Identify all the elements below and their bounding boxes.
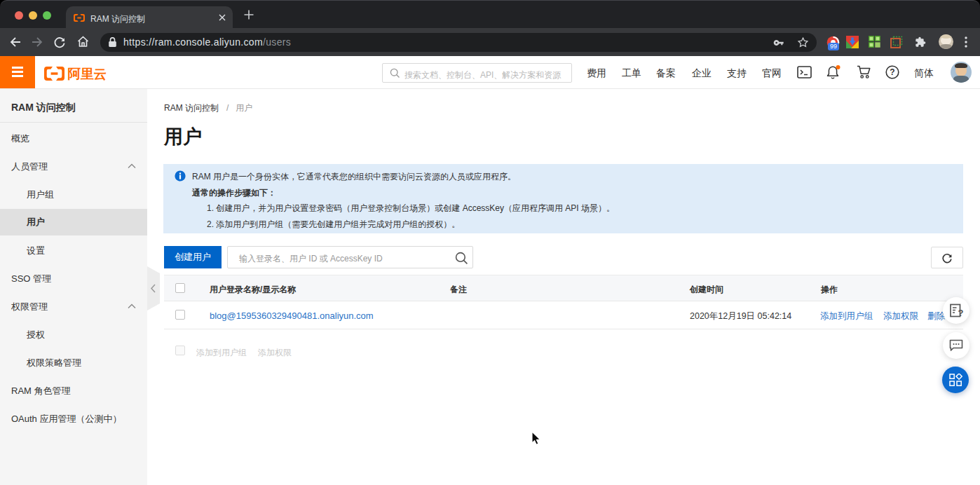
svg-text:?: ? bbox=[958, 308, 964, 318]
svg-text:?: ? bbox=[890, 67, 894, 77]
svg-text:阿里云: 阿里云 bbox=[68, 67, 107, 81]
